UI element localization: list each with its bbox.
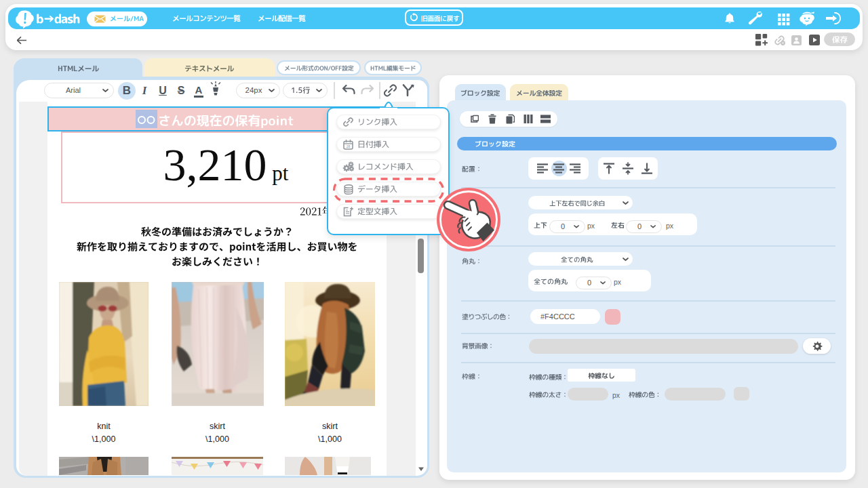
svg-text:28: 28: [347, 144, 351, 148]
